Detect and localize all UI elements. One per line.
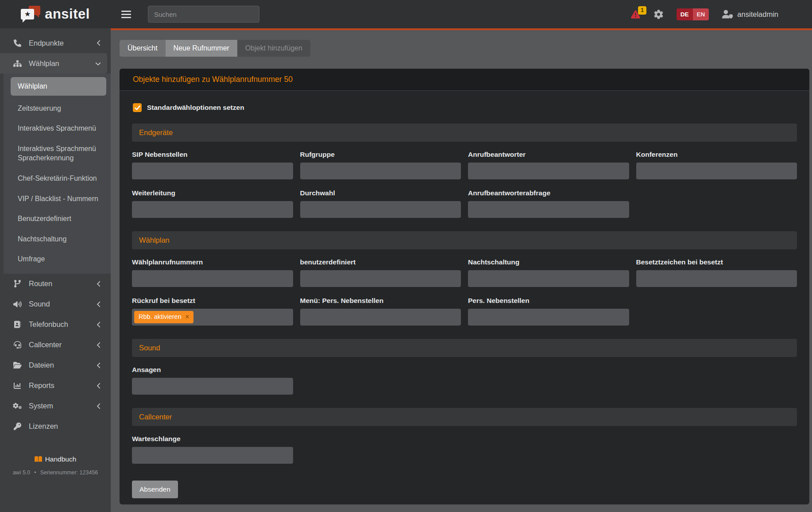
konferenzen-input[interactable] [636, 163, 797, 179]
tag-remove-icon[interactable]: × [186, 314, 189, 320]
ansagen-input[interactable] [132, 378, 293, 395]
sidebar-item-lizenzen[interactable]: Lizenzen [0, 416, 111, 437]
field-label: Rufgruppe [300, 151, 461, 159]
chevron-left-icon [97, 342, 101, 348]
benutzerdefiniert-input[interactable] [300, 270, 461, 287]
lang-de-button[interactable]: DE [677, 8, 693, 20]
sidebar-item-label: Callcenter [29, 341, 62, 349]
top-navbar: ★ ansitel 1 DE EN ansiteladmin [0, 0, 812, 28]
field-label: Pers. Nebenstellen [468, 297, 629, 305]
star-icon: ★ [24, 11, 31, 18]
pers-nebenstellen-input[interactable] [468, 309, 629, 326]
tab-neue-rufnummer[interactable]: Neue Rufnummer [166, 40, 237, 57]
anrufbeantworter-input[interactable] [468, 163, 629, 179]
chevron-left-icon [97, 403, 101, 409]
handbuch-label: Handbuch [45, 455, 77, 463]
separator-dot: • [34, 469, 36, 476]
tab-uebersicht[interactable]: Übersicht [120, 40, 166, 57]
field-label: Konferenzen [636, 151, 797, 159]
gear-icon[interactable] [654, 10, 663, 19]
headset-icon [12, 341, 22, 349]
section-title-endgeraete: Endgeräte [132, 124, 797, 142]
search-input[interactable] [148, 6, 259, 23]
anrufbeantworterabfrage-input[interactable] [468, 201, 629, 218]
field-label: Rückruf bei besetzt [132, 297, 293, 305]
nachtschaltung-input[interactable] [468, 270, 629, 287]
durchwahl-input[interactable] [300, 201, 461, 218]
submenu-item-zeitsteuerung[interactable]: Zeitsteuerung [4, 98, 111, 119]
check-icon [135, 105, 140, 110]
sidebar-item-sound[interactable]: Sound [0, 294, 111, 314]
menue-pers-nebenstellen-input[interactable] [300, 309, 461, 326]
absenden-button[interactable]: Absenden [132, 481, 178, 498]
alert-count-badge: 1 [638, 6, 646, 15]
user-menu[interactable]: ansiteladmin [722, 10, 778, 19]
field-label: Besetztzeichen bei besetzt [636, 258, 797, 266]
section-title-callcenter: Callcenter [132, 408, 797, 426]
waehlplanrufnummern-input[interactable] [132, 270, 293, 287]
tag-label: Rbb. aktivieren [139, 314, 182, 321]
version-info: awi 5.0 • Seriennummer: 123456 [0, 469, 111, 476]
address-book-icon [12, 321, 22, 328]
submenu-item-benutzerdefiniert[interactable]: Benutzerdefiniert [4, 209, 111, 229]
chevron-left-icon [97, 40, 101, 46]
submenu-item-chef-sekretaerin[interactable]: Chef-Sekretärin-Funktion [4, 168, 111, 189]
weiterleitung-input[interactable] [132, 201, 293, 218]
tab-objekt-hinzufuegen[interactable]: Objekt hinzufügen [237, 40, 310, 57]
sidebar-item-label: Wählplan [29, 59, 59, 68]
submenu-item-nachtschaltung[interactable]: Nachtschaltung [4, 229, 111, 249]
chevron-down-icon [95, 61, 101, 66]
sidebar-item-system[interactable]: System [0, 396, 111, 416]
chevron-left-icon [97, 322, 101, 328]
user-admin-icon [722, 10, 733, 19]
sidebar-item-label: Sound [29, 300, 50, 308]
submenu-item-ivr-spracherkennung[interactable]: Interaktives Sprachmenü Spracherkennung [4, 139, 111, 168]
hamburger-icon[interactable] [121, 9, 131, 20]
route-branch-icon [12, 280, 22, 287]
besetztzeichen-input[interactable] [636, 270, 797, 287]
folder-open-icon [12, 361, 22, 369]
sidebar-item-waehlplan[interactable]: Wählplan [0, 53, 107, 74]
standard-options-checkbox[interactable] [133, 103, 142, 112]
gears-icon [12, 402, 22, 410]
section-title-waehlplan: Wählplan [132, 231, 797, 249]
submenu-item-vip-blacklist[interactable]: VIP / Blacklist - Nummern [4, 189, 111, 209]
chevron-left-icon [97, 362, 101, 368]
sidebar-item-label: Reports [29, 381, 54, 390]
lang-en-button[interactable]: EN [693, 8, 709, 20]
brand-logo[interactable]: ★ ansitel [0, 5, 111, 23]
warteschlange-input[interactable] [132, 447, 293, 464]
submenu-item-ivr[interactable]: Interaktives Sprachmenü [4, 118, 111, 139]
sidebar-item-dateien[interactable]: Dateien [0, 355, 111, 376]
rufgruppe-input[interactable] [300, 163, 461, 179]
sidebar-item-routen[interactable]: Routen [0, 274, 111, 294]
field-label: Ansagen [132, 366, 293, 374]
field-label: Wählplanrufnummern [132, 258, 293, 266]
chevron-left-icon [97, 383, 101, 389]
version-label: awi 5.0 [13, 469, 31, 476]
chat-bubbles-star-icon: ★ [21, 5, 41, 23]
alerts-button[interactable]: 1 [630, 10, 641, 19]
key-icon [12, 423, 22, 430]
serial-label: Seriennummer: 123456 [40, 469, 98, 476]
sidebar-item-label: Telefonbuch [29, 320, 68, 329]
section-title-sound: Sound [132, 339, 797, 357]
sidebar-item-endpunkte[interactable]: Endpunkte [0, 33, 111, 53]
panel-title: Objekte hinzufügen zu Wählplanrufnummer … [120, 69, 809, 91]
field-label: SIP Nebenstellen [132, 151, 293, 159]
handbuch-link[interactable]: Handbuch [35, 455, 77, 463]
sidebar-item-callcenter[interactable]: Callcenter [0, 335, 111, 355]
tab-bar: Übersicht Neue Rufnummer Objekt hinzufüg… [120, 40, 310, 57]
book-icon [35, 456, 42, 462]
sidebar-item-label: Routen [29, 279, 52, 288]
accent-divider [111, 28, 812, 30]
sip-nebenstellen-input[interactable] [132, 163, 293, 179]
form-panel: Objekte hinzufügen zu Wählplanrufnummer … [120, 69, 809, 504]
waehlplan-submenu: Wählplan Zeitsteuerung Interaktives Spra… [4, 74, 111, 274]
submenu-item-umfrage[interactable]: Umfrage [4, 249, 111, 269]
rueckruf-bei-besetzt-input[interactable]: Rbb. aktivieren × [132, 309, 293, 326]
submenu-item-waehlplan[interactable]: Wählplan [11, 77, 106, 96]
sitemap-icon [12, 60, 22, 67]
sidebar-item-telefonbuch[interactable]: Telefonbuch [0, 314, 111, 335]
sidebar-item-reports[interactable]: Reports [0, 376, 111, 396]
